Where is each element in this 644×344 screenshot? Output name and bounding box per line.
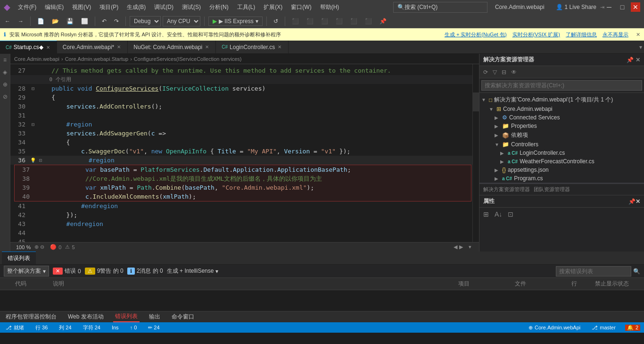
back-button[interactable]: ← — [2, 17, 13, 25]
sb-notifications[interactable]: 🔔 2 — [625, 325, 640, 331]
tab-close-login[interactable]: ✕ — [277, 44, 282, 50]
menu-file[interactable]: 文件(F) — [14, 2, 40, 12]
bp-tab-command[interactable]: 命令窗口 — [170, 312, 196, 322]
sidebar-icon-3[interactable]: ⊕ — [1, 80, 9, 89]
nav-dropdown[interactable]: ▾ — [469, 244, 471, 250]
pp-props-page[interactable]: ⊡ — [506, 210, 515, 219]
minimize-button[interactable]: ─ — [604, 2, 614, 12]
tree-controllers[interactable]: ▼ 📁 Controllers — [479, 140, 644, 149]
menu-help[interactable]: 帮助(H) — [316, 2, 343, 12]
extra-toolbar-6[interactable]: ⬛ — [362, 17, 375, 25]
menu-debug[interactable]: 调试(D) — [150, 2, 177, 12]
extra-toolbar-2[interactable]: ⬛ — [304, 17, 316, 25]
se-tb-filter[interactable]: ▽ — [491, 68, 499, 76]
debug-config-select[interactable]: Debug — [130, 16, 161, 26]
sb-pencil[interactable]: ✏ 24 — [146, 325, 161, 331]
ep-filter-dropdown[interactable]: 整个解决方案 ▾ — [4, 266, 49, 277]
editor-scrollbar[interactable] — [472, 64, 479, 242]
tree-weather-controller[interactable]: ▶ a C# WeatherForecastController.cs — [479, 157, 644, 166]
extra-toolbar-5[interactable]: ⬛ — [347, 17, 360, 25]
bp-tab-output[interactable]: 输出 — [147, 312, 162, 322]
sb-line-col[interactable]: 行 36 — [33, 324, 50, 331]
menu-extensions[interactable]: 扩展(X) — [260, 2, 286, 12]
ep-col-project[interactable]: 项目 — [456, 279, 513, 289]
tree-appsettings[interactable]: ▶ {} appsettings.json — [479, 166, 644, 174]
se-close-icon[interactable]: ✕ — [636, 57, 640, 63]
code-editor[interactable]: 27 // This method gets called by the run… — [10, 64, 479, 252]
nav-back[interactable]: ◀ — [454, 244, 457, 250]
undo-button[interactable]: ↶ — [99, 17, 109, 25]
close-button[interactable]: ✕ — [631, 2, 640, 12]
se-search-input[interactable] — [481, 80, 642, 91]
tab-close-core[interactable]: ✕ — [116, 44, 122, 50]
ep-col-file[interactable]: 文件 — [513, 279, 570, 289]
ep-col-line[interactable]: 行 — [570, 279, 593, 289]
se-footer-team[interactable]: 团队资源管理器 — [534, 186, 570, 193]
se-footer-solution[interactable]: 解决方案资源管理器 — [483, 186, 530, 193]
extra-toolbar-4[interactable]: ⬛ — [333, 17, 346, 25]
nav-forward[interactable]: ▶ — [459, 244, 463, 250]
pin-icon[interactable]: ⇥ — [600, 4, 604, 10]
breadcrumb-file[interactable]: Core.Admin.webapi.Startup — [65, 56, 129, 62]
extra-toolbar-1[interactable]: ⬛ — [289, 17, 302, 25]
ep-build-badge[interactable]: 生成 + IntelliSense ▾ — [167, 267, 219, 275]
zoom-level[interactable]: 100 % — [14, 244, 33, 250]
menu-view[interactable]: 视图(V) — [68, 2, 95, 12]
tree-program[interactable]: ▶ a C# Program.cs — [479, 174, 644, 183]
tree-dependencies[interactable]: ▶ 📦 依赖项 — [479, 130, 644, 140]
ep-search-input[interactable] — [556, 266, 631, 277]
menu-test[interactable]: 测试(S) — [178, 2, 205, 12]
info-link-4[interactable]: 永不再显示 — [603, 31, 628, 38]
ep-col-desc[interactable]: 说明 — [51, 279, 456, 289]
pp-close-icon[interactable]: ✕ — [636, 198, 640, 205]
ep-col-code[interactable]: 代码 — [13, 279, 51, 289]
redo-button[interactable]: ↷ — [111, 17, 122, 25]
new-file-button[interactable]: 📄 — [34, 17, 47, 25]
tree-solution-root[interactable]: ▼ □ 解决方案'Core.Admin.webapi'(1 个项目/共 1 个) — [479, 95, 644, 105]
breadcrumb-method[interactable]: ConfigureServices(IServiceCollection ser… — [134, 56, 242, 62]
code-content[interactable]: 27 // This method gets called by the run… — [10, 64, 472, 242]
run-button[interactable]: ▶ ▶ IIS Express ▾ — [208, 17, 263, 26]
se-tb-sync[interactable]: ⟳ — [481, 68, 490, 76]
open-button[interactable]: 📂 — [49, 17, 62, 25]
tree-connected-services[interactable]: ▶ ⚙ Connected Services — [479, 113, 644, 122]
tab-close-startup[interactable]: ✕ — [45, 45, 51, 50]
info-link-3[interactable]: 了解详细信息 — [566, 31, 597, 38]
pp-pin-icon[interactable]: 📌 — [628, 198, 636, 205]
pp-sort-cat[interactable]: ⊞ — [481, 210, 491, 219]
tree-login-controller[interactable]: ▶ a C# LoginController.cs — [479, 149, 644, 157]
global-search[interactable]: 🔍 搜索 (Ctrl+Q) — [393, 2, 487, 13]
menu-analyze[interactable]: 分析(N) — [206, 2, 232, 12]
sb-ins[interactable]: Ins — [110, 325, 121, 330]
bp-tab-package[interactable]: 程序包管理器控制台 — [4, 312, 58, 322]
tab-scrollbar[interactable]: ▾ — [637, 44, 644, 50]
tree-properties[interactable]: ▶ 📁 Properties — [479, 122, 644, 130]
ep-search-icon[interactable]: 🔍 — [633, 268, 640, 275]
refresh-button[interactable]: ↺ — [271, 17, 281, 25]
bp-tab-errors[interactable]: 错误列表 — [113, 311, 140, 322]
tab-login-controller[interactable]: C# LoginController.cs ✕ — [216, 41, 289, 53]
info-link-1[interactable]: 生成 + 实时分析(NuGet 包) — [445, 31, 507, 38]
save-all-button[interactable]: ⬜ — [78, 17, 91, 25]
menu-tools[interactable]: 工具(L) — [233, 2, 259, 12]
breadcrumb-project[interactable]: Core.Admin.webapi — [14, 56, 59, 62]
sidebar-icon-2[interactable]: ◈ — [1, 68, 9, 76]
ep-col-suppress[interactable]: 禁止显示状态 — [593, 279, 640, 289]
menu-project[interactable]: 项目(P) — [96, 2, 122, 12]
menu-build[interactable]: 生成(B) — [123, 2, 149, 12]
extra-toolbar-3[interactable]: ⬛ — [318, 17, 331, 25]
sb-git-branch[interactable]: ⎇ 就绪 — [4, 324, 26, 331]
maximize-button[interactable]: □ — [618, 2, 627, 12]
save-button[interactable]: 💾 — [64, 17, 76, 25]
tab-nuget[interactable]: NuGet: Core.Admin.webapi ✕ — [128, 41, 216, 53]
info-link-2[interactable]: 实时分析(VSIX 扩展) — [512, 31, 560, 38]
sb-project[interactable]: ⊕ Core.Admin.webApi — [527, 325, 582, 331]
sb-branch[interactable]: ⎇ master — [590, 325, 618, 331]
sb-up[interactable]: ↑ 0 — [128, 325, 139, 330]
forward-button[interactable]: → — [15, 17, 26, 25]
se-pin-icon[interactable]: 📌 — [627, 57, 634, 63]
se-tb-collapse[interactable]: ⊟ — [500, 68, 508, 76]
menu-window[interactable]: 窗口(W) — [287, 2, 315, 12]
info-close-button[interactable]: ✕ — [636, 32, 640, 38]
ep-tab-errors[interactable]: 错误列表 — [2, 252, 36, 264]
